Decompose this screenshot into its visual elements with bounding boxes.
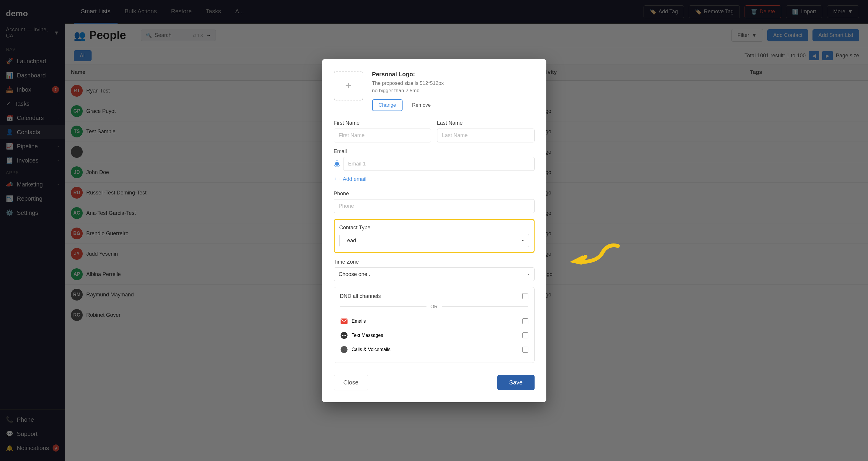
logo-buttons: Change Remove xyxy=(372,99,534,111)
svg-text:📞: 📞 xyxy=(342,348,347,352)
modal-wrapper: + Personal Logo: The proposed size is 51… xyxy=(322,59,547,402)
svg-marker-7 xyxy=(569,255,583,265)
dnd-label: DND all channels xyxy=(340,293,381,299)
plus-icon: + xyxy=(345,80,351,92)
first-name-input[interactable] xyxy=(334,128,431,142)
last-name-label: Last Name xyxy=(437,120,534,126)
svg-rect-0 xyxy=(341,318,347,324)
name-row: First Name Last Name xyxy=(334,120,534,142)
contact-type-label: Contact Type xyxy=(339,225,529,231)
close-button[interactable]: Close xyxy=(334,375,368,391)
logo-description: The proposed size is 512*512px no bigger… xyxy=(372,80,534,94)
remove-logo-button[interactable]: Remove xyxy=(406,99,436,111)
dnd-channel-sms: Text Messages xyxy=(340,328,528,343)
modal-overlay[interactable]: + Personal Logo: The proposed size is 51… xyxy=(0,0,868,461)
phone-label: Phone xyxy=(334,191,349,197)
logo-upload-button[interactable]: + xyxy=(334,71,363,100)
modal-footer: Close Save xyxy=(334,372,534,391)
dnd-or-text: OR xyxy=(431,304,438,309)
timezone-select[interactable]: Choose one... xyxy=(334,267,534,281)
phone-input[interactable] xyxy=(334,199,534,213)
svg-point-3 xyxy=(343,335,345,336)
email-label: Email xyxy=(334,148,347,154)
dnd-sms-checkbox[interactable] xyxy=(523,333,528,338)
calls-icon: 📞 xyxy=(340,345,348,354)
logo-info: Personal Logo: The proposed size is 512*… xyxy=(372,71,534,111)
dnd-divider: OR xyxy=(340,304,528,309)
plus-icon: + xyxy=(334,176,337,182)
add-email-button[interactable]: + + Add email xyxy=(334,174,367,185)
annotation-arrow xyxy=(564,240,623,276)
first-name-group: First Name xyxy=(334,120,431,142)
email-section: Email + + Add email xyxy=(334,148,534,185)
change-logo-button[interactable]: Change xyxy=(372,99,403,111)
email-primary-radio[interactable] xyxy=(334,161,340,167)
dnd-emails-checkbox[interactable] xyxy=(523,318,528,324)
dnd-channel-emails: Emails xyxy=(340,314,528,328)
phone-section: Phone xyxy=(334,191,534,213)
email-input-row xyxy=(334,157,534,171)
dnd-header: DND all channels xyxy=(340,293,528,299)
sms-channel-label: Text Messages xyxy=(352,333,383,338)
email-input[interactable] xyxy=(343,157,534,171)
dnd-calls-info: 📞 Calls & Voicemails xyxy=(340,345,391,354)
email-icon xyxy=(340,317,348,325)
last-name-input[interactable] xyxy=(437,128,534,142)
emails-channel-label: Emails xyxy=(352,319,366,324)
dnd-section: DND all channels OR Emails xyxy=(334,287,534,363)
timezone-section: Time Zone Choose one... xyxy=(334,259,534,281)
dnd-calls-checkbox[interactable] xyxy=(523,347,528,352)
sms-icon xyxy=(340,331,348,340)
first-name-label: First Name xyxy=(334,120,431,126)
dnd-sms-info: Text Messages xyxy=(340,331,383,340)
dnd-all-checkbox[interactable] xyxy=(523,293,528,299)
logo-section: + Personal Logo: The proposed size is 51… xyxy=(334,71,534,111)
save-button[interactable]: Save xyxy=(497,375,534,390)
calls-channel-label: Calls & Voicemails xyxy=(352,347,391,352)
dnd-emails-info: Emails xyxy=(340,317,366,325)
svg-point-2 xyxy=(342,335,343,336)
dnd-channel-calls: 📞 Calls & Voicemails xyxy=(340,343,528,357)
contact-type-select[interactable]: Lead Contact Customer Prospect xyxy=(339,234,529,247)
last-name-group: Last Name xyxy=(437,120,534,142)
svg-point-4 xyxy=(345,335,346,336)
timezone-label: Time Zone xyxy=(334,259,359,265)
contact-type-section: Contact Type Lead Contact Customer Prosp… xyxy=(334,219,534,253)
logo-label: Personal Logo: xyxy=(372,71,534,78)
create-contact-modal: + Personal Logo: The proposed size is 51… xyxy=(322,59,547,402)
